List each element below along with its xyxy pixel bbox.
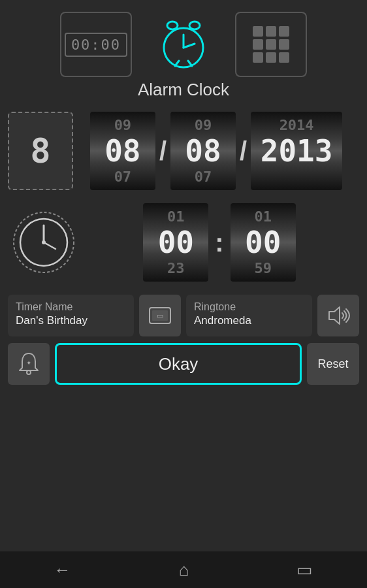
back-button[interactable]: ←: [54, 560, 71, 580]
clock-svg-icon: [11, 210, 76, 275]
month-center: 08: [104, 133, 140, 169]
digital-display: 00:00: [65, 33, 127, 57]
widget-selector: 00:00: [0, 12, 367, 77]
time-rollers: 01 00 23 : 01 00 59: [80, 203, 359, 282]
hour-center: 00: [158, 225, 194, 260]
screen: 00:00: [0, 0, 367, 588]
recent-button[interactable]: ▭: [296, 560, 313, 580]
day-below: 07: [195, 169, 212, 185]
okay-label: Okay: [159, 354, 199, 374]
alarm-widget-option[interactable]: [148, 12, 219, 77]
hour-below: 23: [167, 260, 185, 276]
date-picker: 8 09 08 07 / 09 08 07 / 2014 2013: [0, 112, 367, 190]
minute-roller[interactable]: 01 00 59: [231, 203, 296, 282]
calendar-number: 8: [30, 131, 50, 171]
hour-roller[interactable]: 01 00 23: [143, 203, 208, 282]
svg-point-16: [27, 370, 31, 374]
month-below: 07: [114, 169, 132, 185]
timer-name-label: Timer Name: [16, 301, 126, 313]
bell-icon: ✦: [16, 351, 42, 377]
page-title: Alarm Clock: [138, 80, 229, 100]
bell-button[interactable]: ✦: [8, 343, 50, 385]
timer-name-icon-btn[interactable]: ▭: [139, 295, 181, 336]
speaker-icon: [325, 304, 351, 327]
info-row: Timer Name Dan's Birthday ▭ Ringtone And…: [0, 295, 367, 336]
year-roller[interactable]: 2014 2013: [251, 112, 342, 190]
svg-text:✦: ✦: [26, 359, 31, 367]
month-roller[interactable]: 09 08 07: [90, 112, 155, 190]
hour-above: 01: [167, 208, 185, 225]
day-above: 09: [195, 117, 212, 133]
timer-name-value: Dan's Birthday: [16, 314, 126, 327]
svg-marker-15: [329, 307, 340, 324]
ringtone-icon-btn[interactable]: [317, 295, 359, 336]
nav-bar: ← ⌂ ▭: [0, 551, 367, 588]
home-button[interactable]: ⌂: [179, 560, 189, 580]
ringtone-box[interactable]: Ringtone Andromeda: [186, 295, 312, 336]
year-center: 2013: [261, 133, 333, 169]
time-sep: :: [215, 228, 223, 257]
reset-label: Reset: [317, 357, 348, 371]
time-picker: 01 00 23 : 01 00 59: [0, 203, 367, 282]
minute-above: 01: [254, 208, 272, 225]
svg-point-11: [42, 240, 46, 244]
digital-widget-option[interactable]: 00:00: [60, 12, 132, 77]
year-above: 2014: [279, 117, 314, 133]
grid-icon: [253, 26, 289, 63]
action-row: ✦ Okay Reset: [0, 343, 367, 385]
date-sep-2: /: [240, 137, 247, 166]
okay-button[interactable]: Okay: [55, 343, 302, 385]
svg-text:▭: ▭: [157, 312, 163, 319]
svg-line-4: [184, 44, 195, 48]
clock-face-icon: [8, 203, 80, 282]
svg-point-1: [189, 22, 200, 29]
svg-point-0: [167, 22, 178, 29]
minute-below: 59: [254, 260, 272, 276]
alarm-clock-icon: [154, 15, 213, 74]
calendar-icon[interactable]: 8: [8, 112, 73, 190]
date-sep-1: /: [159, 137, 167, 166]
minute-center: 00: [245, 225, 281, 260]
svg-line-10: [44, 242, 56, 249]
month-above: 09: [114, 117, 132, 133]
grid-widget-option[interactable]: [235, 12, 307, 77]
date-rollers: 09 08 07 / 09 08 07 / 2014 2013: [73, 112, 359, 190]
image-icon: ▭: [148, 306, 172, 325]
timer-name-box[interactable]: Timer Name Dan's Birthday: [8, 295, 134, 336]
reset-button[interactable]: Reset: [307, 343, 359, 385]
day-roller[interactable]: 09 08 07: [170, 112, 236, 190]
ringtone-value: Andromeda: [194, 314, 304, 327]
ringtone-label: Ringtone: [194, 301, 304, 313]
day-center: 08: [185, 133, 221, 169]
